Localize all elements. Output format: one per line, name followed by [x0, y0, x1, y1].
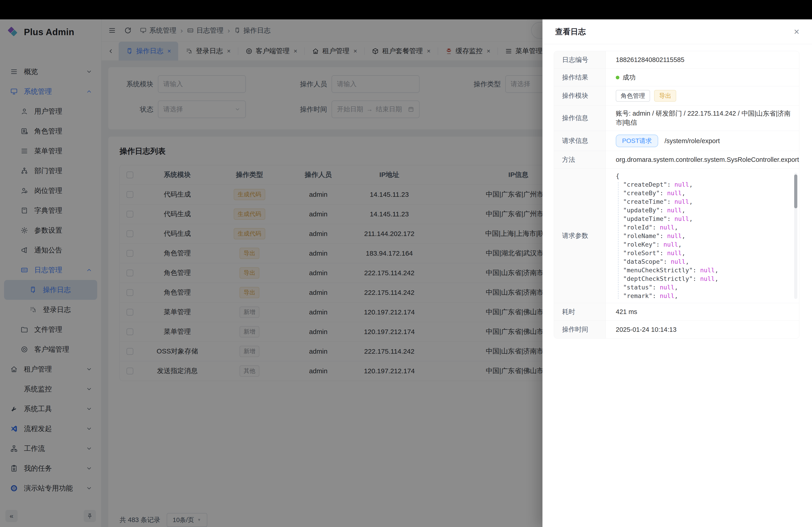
code-line: "dataScope": null, — [616, 257, 797, 266]
detail-row-request: 请求信息 POST请求 /system/role/export — [554, 131, 799, 151]
module-tag: 角色管理 — [616, 90, 650, 102]
request-params-code[interactable]: { "createDept": null, "createBy": null, … — [616, 172, 797, 300]
post-method-tag: POST请求 — [616, 135, 658, 147]
code-line: "roleKey": null, — [616, 240, 797, 249]
code-line: "deptCheckStrictly": null, — [616, 274, 797, 283]
detail-row-result: 操作结果 成功 — [554, 69, 799, 86]
code-line: "roleId": null, — [616, 223, 797, 232]
result-text: 成功 — [623, 73, 636, 82]
request-path: /system/role/export — [665, 137, 720, 145]
detail-row-info: 操作信息 账号: admin / 研发部门 / 222.175.114.242 … — [554, 105, 799, 131]
code-line: "updateTime": null, — [616, 215, 797, 223]
code-line: "menuCheckStrictly": null, — [616, 266, 797, 274]
code-line: "createDept": null, — [616, 180, 797, 189]
detail-row-method: 方法 org.dromara.system.controller.system.… — [554, 151, 799, 169]
close-icon[interactable]: × — [794, 27, 799, 36]
app-window: Plus Admin 概览系统管理用户管理角色管理菜单管理部门管理岗位管理字典管… — [0, 0, 812, 527]
log-detail-table: 日志编号 1882612840802115585 操作结果 成功 操作模块 角色… — [554, 51, 799, 338]
detail-row-log-id: 日志编号 1882612840802115585 — [554, 51, 799, 69]
code-line: "updateBy": null, — [616, 206, 797, 215]
drawer-header: 查看日志 × — [542, 19, 812, 44]
code-scrollbar-thumb[interactable] — [794, 175, 797, 208]
detail-row-duration: 耗时 421 ms — [554, 303, 799, 321]
detail-row-module: 操作模块 角色管理 导出 — [554, 86, 799, 105]
code-line: "createBy": null, — [616, 189, 797, 197]
code-line: { — [616, 172, 797, 180]
window-top-strip — [0, 0, 812, 19]
drawer-title: 查看日志 — [555, 27, 586, 37]
operation-type-tag: 导出 — [654, 90, 676, 102]
code-line: "createTime": null, — [616, 197, 797, 206]
drawer-body: 日志编号 1882612840802115585 操作结果 成功 操作模块 角色… — [542, 44, 812, 338]
code-line: "status": null, — [616, 283, 797, 292]
code-line: "roleName": null, — [616, 232, 797, 240]
success-dot-icon — [616, 76, 619, 79]
code-line: "roleSort": null, — [616, 249, 797, 257]
view-log-drawer: 查看日志 × 日志编号 1882612840802115585 操作结果 成功 … — [542, 19, 812, 527]
code-scrollbar[interactable] — [794, 173, 797, 299]
code-line: "remark": null, — [616, 292, 797, 300]
detail-row-params: 请求参数 { "createDept": null, "createBy": n… — [554, 169, 799, 303]
detail-row-time: 操作时间 2025-01-24 10:14:13 — [554, 321, 799, 338]
